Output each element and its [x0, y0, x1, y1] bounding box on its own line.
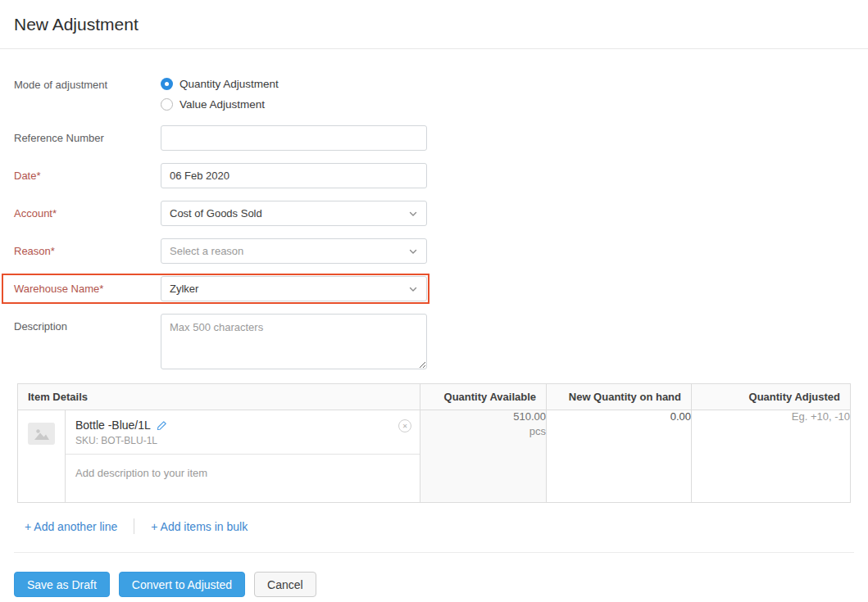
item-image-cell: [18, 410, 66, 503]
item-image-placeholder-icon: [28, 423, 55, 445]
warehouse-select[interactable]: Zylker: [161, 276, 427, 301]
column-header-item-details: Item Details: [18, 384, 420, 410]
chevron-down-icon: [408, 247, 418, 256]
save-as-draft-button[interactable]: Save as Draft: [14, 572, 110, 597]
table-actions: + Add another line + Add items in bulk: [25, 518, 868, 534]
date-input[interactable]: [161, 163, 427, 188]
warehouse-row: Warehouse Name* Zylker: [14, 276, 429, 301]
description-textarea[interactable]: [161, 314, 427, 369]
account-label: Account*: [14, 207, 161, 220]
new-quantity-cell[interactable]: 0.00: [547, 410, 692, 503]
page-header: New Adjustment: [0, 0, 868, 49]
item-details-cell: Bottle -Blue/1L ✕ SKU: BOT-BLU-1L Add de…: [66, 410, 420, 503]
footer-divider: [14, 552, 854, 553]
add-another-line-link[interactable]: + Add another line: [25, 520, 117, 533]
reason-row: Reason* Select a reason: [14, 238, 429, 264]
reference-number-input[interactable]: [161, 125, 427, 151]
add-items-in-bulk-link[interactable]: + Add items in bulk: [151, 520, 248, 533]
quantity-adjusted-placeholder: Eg. +10, -10: [692, 410, 850, 423]
account-row: Account* Cost of Goods Sold: [14, 201, 429, 226]
item-description-placeholder[interactable]: Add description to your item: [66, 455, 420, 491]
description-label: Description: [14, 314, 161, 333]
item-summary: Bottle -Blue/1L ✕ SKU: BOT-BLU-1L: [66, 410, 420, 455]
link-divider: [134, 518, 134, 534]
item-name: Bottle -Blue/1L: [75, 419, 151, 432]
description-row: Description: [14, 314, 429, 369]
reason-select[interactable]: Select a reason: [161, 238, 427, 264]
mode-of-adjustment-row: Mode of adjustment Quantity Adjustment V…: [14, 78, 429, 111]
date-label: Date*: [14, 170, 161, 182]
chevron-down-icon: [408, 209, 418, 219]
warehouse-select-value: Zylker: [170, 283, 198, 295]
warehouse-label: Warehouse Name*: [14, 283, 161, 295]
chevron-down-icon: [408, 284, 418, 294]
value-adjustment-radio-label: Value Adjustment: [180, 98, 265, 111]
mode-radio-group: Quantity Adjustment Value Adjustment: [161, 78, 279, 111]
quantity-available-cell: 510.00 pcs: [420, 410, 547, 503]
quantity-unit: pcs: [420, 425, 546, 437]
quantity-available-value: 510.00: [420, 410, 546, 423]
adjustment-form: Mode of adjustment Quantity Adjustment V…: [0, 49, 868, 369]
quantity-adjustment-radio[interactable]: Quantity Adjustment: [161, 78, 279, 90]
account-select[interactable]: Cost of Goods Sold: [161, 201, 427, 226]
reference-number-row: Reference Number: [14, 125, 429, 151]
footer-buttons: Save as Draft Convert to Adjusted Cancel: [14, 572, 868, 597]
radio-selected-icon[interactable]: [161, 78, 173, 90]
cancel-button[interactable]: Cancel: [254, 572, 316, 597]
page-title: New Adjustment: [14, 15, 139, 34]
reference-number-label: Reference Number: [14, 132, 161, 144]
item-sku: SKU: BOT-BLU-1L: [75, 435, 395, 446]
edit-item-icon[interactable]: [157, 420, 167, 431]
quantity-adjustment-radio-label: Quantity Adjustment: [180, 78, 279, 90]
table-row: Bottle -Blue/1L ✕ SKU: BOT-BLU-1L Add de…: [18, 410, 851, 503]
column-header-quantity-available: Quantity Available: [420, 384, 547, 410]
account-select-value: Cost of Goods Sold: [170, 207, 262, 220]
remove-item-icon[interactable]: ✕: [398, 419, 411, 432]
item-details-table: Item Details Quantity Available New Quan…: [17, 383, 851, 503]
convert-to-adjusted-button[interactable]: Convert to Adjusted: [119, 572, 245, 597]
reason-select-placeholder: Select a reason: [170, 245, 243, 257]
reason-label: Reason*: [14, 245, 161, 257]
radio-unselected-icon[interactable]: [161, 98, 173, 111]
value-adjustment-radio[interactable]: Value Adjustment: [161, 98, 279, 111]
new-quantity-value: 0.00: [547, 410, 691, 423]
mode-of-adjustment-label: Mode of adjustment: [14, 78, 161, 91]
table-header-row: Item Details Quantity Available New Quan…: [18, 384, 851, 410]
column-header-new-quantity: New Quantity on hand: [547, 384, 692, 410]
column-header-quantity-adjusted: Quantity Adjusted: [692, 384, 851, 410]
date-row: Date*: [14, 163, 429, 188]
quantity-adjusted-cell[interactable]: Eg. +10, -10: [692, 410, 851, 503]
